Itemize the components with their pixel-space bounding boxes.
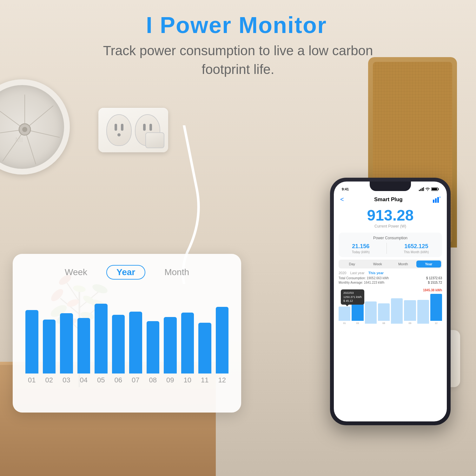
bar-label: 07 xyxy=(132,376,139,384)
mini-bar-item xyxy=(417,300,429,325)
bar-label: 01 xyxy=(28,376,36,384)
status-icons xyxy=(419,187,439,191)
time-tabs: Day Week Month Year xyxy=(339,260,442,268)
bar xyxy=(77,318,90,374)
title-icon: I Power Monitor xyxy=(146,12,327,38)
bar-label: 08 xyxy=(149,376,157,384)
stat-row-2: Monthly Average: 1641.223 kWh $ 1515.72 xyxy=(339,281,442,284)
stat-label-1: Total Consumption: 19052.663 kWh xyxy=(339,276,389,280)
phone-title: Smart Plug xyxy=(344,196,433,203)
month-consumption: 1652.125 This Month (kWh) xyxy=(404,243,429,254)
bar xyxy=(198,323,211,374)
mini-bar-label: 01 xyxy=(343,322,346,325)
year-this[interactable]: This year xyxy=(368,271,384,275)
bar-label: 10 xyxy=(184,376,191,384)
tab-month[interactable]: Month xyxy=(391,261,416,268)
fan-body: MI xyxy=(0,79,70,175)
stat-value-1: $ 12372.63 xyxy=(426,276,442,280)
signal-icon xyxy=(419,187,424,191)
wall-outlet xyxy=(98,108,168,152)
stat-label-2: Monthly Average: 1641.223 kWh xyxy=(339,281,384,284)
tab-week[interactable]: Week xyxy=(365,261,390,268)
bar-item: 03 xyxy=(60,313,73,384)
chart-tab-year[interactable]: Year xyxy=(106,265,145,280)
main-title: I Power Monitor xyxy=(0,13,476,38)
bar xyxy=(129,312,142,374)
bar-item: 01 xyxy=(25,310,38,384)
bar-label: 06 xyxy=(115,376,122,384)
mini-bar-label: 06 xyxy=(382,322,385,325)
subtitle-line2: footprint life. xyxy=(202,62,274,77)
bar xyxy=(216,307,229,374)
bar xyxy=(164,317,177,374)
svg-rect-30 xyxy=(423,187,424,191)
subtitle: Track power consumption to live a low ca… xyxy=(0,42,476,79)
bar xyxy=(25,310,38,374)
consumption-section: Power Consumption 21.156 Today (kWh) 165… xyxy=(339,233,442,257)
top-section: I Power Monitor Track power consumption … xyxy=(0,0,476,79)
bar-label: 05 xyxy=(97,376,105,384)
fan-spokes-svg: MI xyxy=(0,88,66,171)
month-value: 1652.125 xyxy=(404,243,429,250)
svg-rect-34 xyxy=(433,200,434,203)
bar-label: 03 xyxy=(63,376,70,384)
stat-row-1: Total Consumption: 19052.663 kWh $ 12372… xyxy=(339,276,442,280)
tab-year[interactable]: Year xyxy=(416,261,441,268)
socket-holes-top xyxy=(115,124,123,131)
bar-item: 02 xyxy=(43,320,56,384)
bar-label: 09 xyxy=(166,376,174,384)
svg-rect-33 xyxy=(432,188,437,190)
bar-item: 07 xyxy=(129,312,142,384)
year-2020[interactable]: 2020 xyxy=(339,271,346,275)
svg-rect-27 xyxy=(419,190,420,191)
bar xyxy=(181,313,194,374)
svg-rect-28 xyxy=(420,189,421,191)
subtitle-line1: Track power consumption to live a low ca… xyxy=(103,43,373,58)
status-time: 9:41 xyxy=(342,187,349,191)
back-button[interactable]: < xyxy=(340,196,344,203)
mini-bar xyxy=(365,301,377,324)
bar xyxy=(95,304,108,374)
socket-right-hole-right xyxy=(149,124,152,131)
chart-tab-week[interactable]: Week xyxy=(65,267,87,277)
bar xyxy=(43,320,56,374)
socket-hole-bottom xyxy=(117,133,121,136)
fan-decoration: MI xyxy=(0,79,76,181)
bar-label: 02 xyxy=(45,376,53,384)
mini-bar-item: 06 xyxy=(378,303,390,325)
chart-bar-icon[interactable] xyxy=(433,196,440,203)
bar-item: 09 xyxy=(164,317,177,384)
bar-item: 10 xyxy=(181,313,194,384)
tooltip-kwh: 1250.371 kWh xyxy=(343,295,362,299)
bar-item: 08 xyxy=(147,321,160,384)
mini-bar-item xyxy=(365,301,377,325)
bar xyxy=(60,313,73,374)
today-consumption: 21.156 Today (kWh) xyxy=(352,243,370,254)
consumption-values: 21.156 Today (kWh) 1652.125 This Month (… xyxy=(343,243,437,254)
tooltip-cost: $ 45.12 xyxy=(343,299,362,303)
svg-text:MI: MI xyxy=(15,136,23,144)
outlet-plate xyxy=(98,108,168,152)
power-display: 913.28 Current Power (W) xyxy=(334,205,447,230)
phone-screen: 9:41 xyxy=(334,182,447,421)
bar-item: 12 xyxy=(216,307,229,384)
mini-bar-item xyxy=(391,298,403,325)
mini-bar xyxy=(352,302,363,321)
tooltip-date: 2022/03 xyxy=(343,291,362,295)
mini-bar xyxy=(404,300,416,321)
bar-label: 11 xyxy=(201,376,208,384)
chart-tabs: Week Year Month xyxy=(25,265,228,280)
month-label: This Month (kWh) xyxy=(404,250,429,254)
wifi-icon xyxy=(425,187,430,191)
mini-bar-label: 12 xyxy=(435,322,438,325)
svg-point-8 xyxy=(22,127,27,132)
tab-day[interactable]: Day xyxy=(340,261,365,268)
chart-tab-month[interactable]: Month xyxy=(164,267,189,277)
year-last[interactable]: Last year xyxy=(350,271,364,275)
year-nav: 2020 Last year This year xyxy=(334,271,447,275)
bar xyxy=(147,321,160,374)
battery-icon xyxy=(431,187,439,191)
svg-rect-37 xyxy=(440,196,440,198)
today-value: 21.156 xyxy=(352,243,370,250)
power-value: 913.28 xyxy=(334,208,447,223)
